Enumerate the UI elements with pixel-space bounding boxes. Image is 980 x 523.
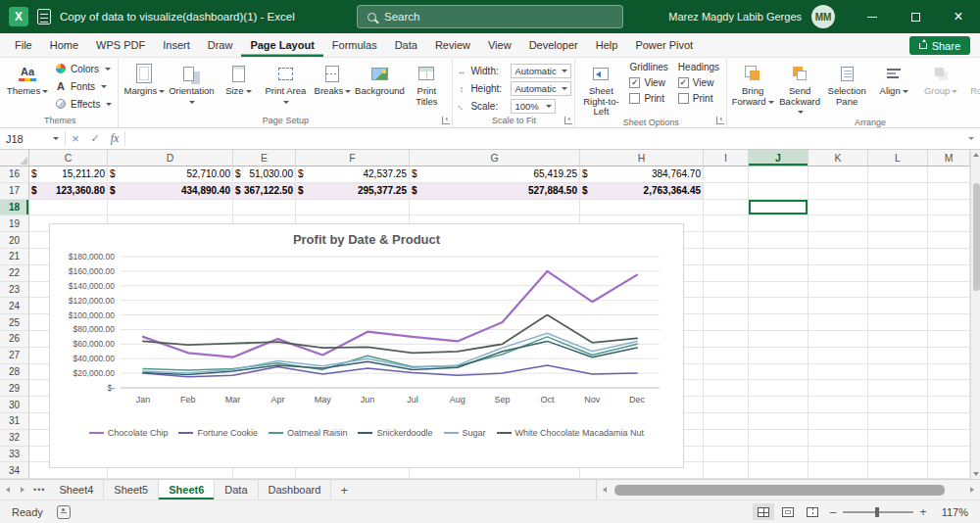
cell-K22[interactable] — [808, 265, 868, 282]
confirm-entry-button[interactable] — [85, 128, 105, 149]
cell-I25[interactable] — [704, 314, 749, 331]
row-header-27[interactable]: 27 — [0, 348, 29, 364]
cell-J16[interactable] — [749, 166, 808, 183]
series-sugar[interactable] — [143, 333, 637, 373]
cell-K17[interactable] — [808, 183, 868, 200]
cell-I26[interactable] — [704, 331, 749, 348]
share-button[interactable]: Share — [909, 36, 970, 55]
print-area-button[interactable]: Print Area — [263, 60, 308, 111]
row-header-22[interactable]: 22 — [0, 265, 29, 282]
cell-I33[interactable] — [704, 447, 749, 463]
formula-input[interactable] — [125, 128, 960, 149]
legend-item-sugar[interactable]: Sugar — [444, 428, 486, 438]
row-header-25[interactable]: 25 — [0, 314, 29, 331]
cell-J18[interactable] — [749, 200, 808, 216]
cell-L32[interactable] — [868, 430, 928, 447]
cell-G17[interactable]: $527,884.50 — [410, 183, 580, 200]
excel-app-icon[interactable] — [9, 7, 28, 26]
cell-J24[interactable] — [749, 298, 808, 314]
cell-L27[interactable] — [868, 348, 928, 364]
accessibility-icon[interactable] — [57, 505, 71, 519]
legend-item-snickerdoodle[interactable]: Snickerdoodle — [358, 428, 432, 438]
cell-D18[interactable] — [108, 200, 233, 216]
cell-I31[interactable] — [704, 413, 749, 430]
cell-K32[interactable] — [808, 430, 868, 447]
ribbon-tab-file[interactable]: File — [6, 33, 41, 57]
zoom-out-button[interactable] — [826, 505, 840, 519]
cell-L19[interactable] — [868, 215, 928, 232]
vertical-scrollbar-thumb[interactable] — [973, 183, 980, 291]
row-header-33[interactable]: 33 — [0, 447, 29, 463]
cell-E16[interactable]: $51,030.00 — [233, 166, 296, 183]
cell-L25[interactable] — [868, 314, 928, 331]
sheet-options-dialog-launcher-icon[interactable] — [716, 117, 724, 124]
cell-I17[interactable] — [704, 183, 749, 200]
cell-K28[interactable] — [808, 364, 868, 381]
insert-function-button[interactable]: fx — [105, 128, 124, 149]
cell-G18[interactable] — [410, 200, 580, 216]
cell-G16[interactable]: $65,419.25 — [410, 166, 580, 183]
cell-L34[interactable] — [868, 462, 928, 479]
cell-L20[interactable] — [868, 232, 928, 249]
row-header-26[interactable]: 26 — [0, 331, 29, 348]
name-box[interactable]: J18 — [0, 128, 65, 149]
column-header-J[interactable]: J — [749, 150, 808, 166]
cell-C18[interactable] — [29, 200, 108, 216]
cell-M30[interactable] — [928, 397, 970, 413]
row-header-29[interactable]: 29 — [0, 380, 29, 397]
cell-J31[interactable] — [749, 413, 808, 430]
cell-E17[interactable]: $367,122.50 — [233, 183, 296, 200]
ribbon-tab-insert[interactable]: Insert — [154, 33, 199, 57]
cell-K29[interactable] — [808, 380, 868, 397]
ribbon-tab-review[interactable]: Review — [426, 33, 479, 57]
cell-H18[interactable] — [580, 200, 704, 216]
column-header-K[interactable]: K — [808, 150, 868, 166]
cell-C17[interactable]: $123,360.80 — [29, 183, 108, 200]
themes-button[interactable]: Themes — [5, 60, 50, 111]
row-header-34[interactable]: 34 — [0, 462, 29, 479]
height-select[interactable]: Automatic — [511, 81, 571, 96]
horizontal-scrollbar-track[interactable] — [612, 485, 964, 496]
send-backward-button[interactable]: Send Backward — [777, 60, 822, 118]
gridlines-print-checkbox[interactable]: Print — [629, 90, 664, 106]
cell-I22[interactable] — [704, 265, 749, 282]
cell-L16[interactable] — [868, 166, 928, 183]
cell-K31[interactable] — [808, 413, 868, 430]
row-header-16[interactable]: 16 — [0, 166, 29, 183]
ribbon-tab-developer[interactable]: Developer — [520, 33, 587, 57]
rotate-button[interactable]: Rotate — [965, 60, 980, 111]
cell-C16[interactable]: $15,211.20 — [29, 166, 108, 183]
size-button[interactable]: Size — [216, 60, 261, 111]
cell-L33[interactable] — [868, 447, 928, 463]
cell-L28[interactable] — [868, 364, 928, 381]
row-header-19[interactable]: 19 — [0, 215, 29, 232]
cell-F16[interactable]: $42,537.25 — [296, 166, 410, 183]
chart[interactable]: Profit by Date & Product $-$20,000.00$40… — [49, 223, 684, 468]
ribbon-tab-draw[interactable]: Draw — [199, 33, 242, 57]
normal-view-button[interactable] — [753, 503, 774, 520]
row-header-24[interactable]: 24 — [0, 298, 29, 314]
legend-item-chocolate-chip[interactable]: Chocolate Chip — [89, 428, 169, 438]
cell-M33[interactable] — [928, 447, 970, 463]
cell-M19[interactable] — [928, 215, 970, 232]
scale-to-fit-dialog-launcher-icon[interactable] — [564, 117, 572, 124]
column-header-M[interactable]: M — [928, 150, 970, 166]
row-header-20[interactable]: 20 — [0, 232, 29, 249]
cell-K24[interactable] — [808, 298, 868, 314]
cell-K19[interactable] — [808, 215, 868, 232]
scroll-right-button[interactable] — [964, 480, 980, 499]
sheet-right-to-left-button[interactable]: Sheet Right-to-Left — [578, 60, 623, 118]
page-layout-view-button[interactable] — [777, 503, 799, 520]
cell-F17[interactable]: $295,377.25 — [296, 183, 410, 200]
headings-print-checkbox[interactable]: Print — [678, 90, 713, 106]
cell-J28[interactable] — [749, 364, 808, 381]
print-titles-button[interactable]: Print Titles — [404, 60, 449, 111]
fonts-button[interactable]: Fonts — [52, 77, 115, 95]
cell-J20[interactable] — [749, 232, 808, 249]
cell-M26[interactable] — [928, 331, 970, 348]
cell-M25[interactable] — [928, 314, 970, 331]
user-name[interactable]: Marez Magdy Labib Gerges — [668, 11, 802, 23]
column-header-H[interactable]: H — [580, 150, 704, 166]
select-all-corner[interactable] — [0, 150, 29, 166]
cell-J21[interactable] — [749, 249, 808, 265]
